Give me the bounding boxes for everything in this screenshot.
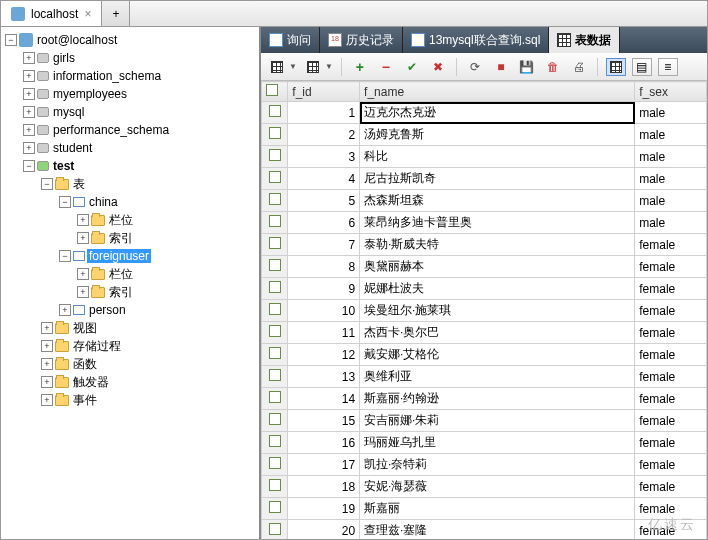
cell-fsex[interactable]: male — [635, 168, 707, 190]
row-selector[interactable] — [262, 432, 288, 454]
chevron-down-icon[interactable]: ▼ — [323, 62, 333, 71]
cell-fid[interactable]: 19 — [288, 498, 360, 520]
cell-fname[interactable]: 泰勒·斯威夫特 — [360, 234, 635, 256]
table-row[interactable]: 7泰勒·斯威夫特female — [262, 234, 707, 256]
table-row[interactable]: 15安吉丽娜·朱莉female — [262, 410, 707, 432]
expander[interactable]: + — [59, 304, 71, 316]
row-selector[interactable] — [262, 476, 288, 498]
cell-fsex[interactable]: female — [635, 344, 707, 366]
cell-fname[interactable]: 埃曼纽尔·施莱琪 — [360, 300, 635, 322]
expander[interactable]: + — [41, 376, 53, 388]
grid-view-button[interactable] — [606, 58, 626, 76]
cell-fname[interactable]: 安吉丽娜·朱莉 — [360, 410, 635, 432]
table-person-label[interactable]: person — [87, 303, 128, 317]
cell-fname[interactable]: 斯嘉丽·约翰逊 — [360, 388, 635, 410]
cell-fsex[interactable]: female — [635, 322, 707, 344]
remove-button[interactable]: − — [376, 57, 396, 77]
table-row[interactable]: 14斯嘉丽·约翰逊female — [262, 388, 707, 410]
table-row[interactable]: 18安妮·海瑟薇female — [262, 476, 707, 498]
table-row[interactable]: 4尼古拉斯凯奇male — [262, 168, 707, 190]
folder-triggers-label[interactable]: 触发器 — [71, 374, 111, 391]
cell-fsex[interactable]: female — [635, 454, 707, 476]
connection-tab[interactable]: localhost × — [1, 1, 102, 26]
expander[interactable]: − — [5, 34, 17, 46]
cell-fname[interactable]: 尼古拉斯凯奇 — [360, 168, 635, 190]
table-row[interactable]: 1迈克尔杰克逊male — [262, 102, 707, 124]
expander[interactable]: − — [23, 160, 35, 172]
cell-fsex[interactable]: female — [635, 432, 707, 454]
folder-columns-label[interactable]: 栏位 — [107, 212, 135, 229]
folder-columns-label[interactable]: 栏位 — [107, 266, 135, 283]
db-label[interactable]: information_schema — [51, 69, 163, 83]
row-selector[interactable] — [262, 124, 288, 146]
cell-fid[interactable]: 2 — [288, 124, 360, 146]
cell-fsex[interactable]: female — [635, 388, 707, 410]
expander[interactable]: + — [41, 358, 53, 370]
cell-fsex[interactable]: female — [635, 410, 707, 432]
insert-row-button[interactable] — [267, 57, 287, 77]
table-row[interactable]: 2汤姆克鲁斯male — [262, 124, 707, 146]
cell-fid[interactable]: 11 — [288, 322, 360, 344]
row-selector[interactable] — [262, 190, 288, 212]
cell-fid[interactable]: 7 — [288, 234, 360, 256]
form-view-button[interactable]: ▤ — [632, 58, 652, 76]
cell-fid[interactable]: 15 — [288, 410, 360, 432]
expander[interactable]: + — [41, 322, 53, 334]
expander[interactable]: + — [41, 340, 53, 352]
tab-history[interactable]: 历史记录 — [320, 27, 403, 53]
apply-button[interactable]: ✔ — [402, 57, 422, 77]
expander[interactable]: − — [41, 178, 53, 190]
cell-fsex[interactable]: female — [635, 300, 707, 322]
cell-fsex[interactable]: female — [635, 366, 707, 388]
folder-views-label[interactable]: 视图 — [71, 320, 99, 337]
tab-query[interactable]: 询问 — [261, 27, 320, 53]
expander[interactable]: + — [41, 394, 53, 406]
folder-events-label[interactable]: 事件 — [71, 392, 99, 409]
object-tree[interactable]: −root@localhost +girls +information_sche… — [1, 27, 261, 539]
cell-fid[interactable]: 20 — [288, 520, 360, 540]
cell-fid[interactable]: 6 — [288, 212, 360, 234]
cell-fname[interactable]: 凯拉·奈特莉 — [360, 454, 635, 476]
db-label[interactable]: performance_schema — [51, 123, 171, 137]
select-all-header[interactable] — [262, 82, 288, 102]
cell-fid[interactable]: 16 — [288, 432, 360, 454]
row-selector[interactable] — [262, 454, 288, 476]
delete-button[interactable]: 🗑 — [543, 57, 563, 77]
cell-fid[interactable]: 1 — [288, 102, 360, 124]
row-selector[interactable] — [262, 498, 288, 520]
cell-fname[interactable]: 莱昂纳多迪卡普里奥 — [360, 212, 635, 234]
row-selector[interactable] — [262, 234, 288, 256]
cell-fsex[interactable]: male — [635, 146, 707, 168]
row-selector[interactable] — [262, 212, 288, 234]
col-header-fsex[interactable]: f_sex — [635, 82, 707, 102]
expander[interactable]: + — [77, 268, 89, 280]
cell-fname[interactable]: 妮娜杜波夫 — [360, 278, 635, 300]
cell-fsex[interactable]: male — [635, 190, 707, 212]
row-selector[interactable] — [262, 300, 288, 322]
row-selector[interactable] — [262, 146, 288, 168]
expander[interactable]: − — [59, 250, 71, 262]
cell-fsex[interactable]: female — [635, 278, 707, 300]
table-row[interactable]: 9妮娜杜波夫female — [262, 278, 707, 300]
cell-fname[interactable]: 玛丽娅乌扎里 — [360, 432, 635, 454]
cell-fsex[interactable]: female — [635, 234, 707, 256]
table-row[interactable]: 11杰西卡·奥尔巴female — [262, 322, 707, 344]
row-selector[interactable] — [262, 102, 288, 124]
col-header-fname[interactable]: f_name — [360, 82, 635, 102]
expander[interactable]: + — [23, 88, 35, 100]
expander[interactable]: + — [77, 214, 89, 226]
expander[interactable]: + — [23, 52, 35, 64]
cell-fname[interactable]: 查理兹·塞隆 — [360, 520, 635, 540]
table-row[interactable]: 20查理兹·塞隆female — [262, 520, 707, 540]
row-selector[interactable] — [262, 256, 288, 278]
data-grid-scroll[interactable]: f_id f_name f_sex 1迈克尔杰克逊male2汤姆克鲁斯male3… — [261, 81, 707, 539]
tree-root-label[interactable]: root@localhost — [35, 33, 119, 47]
new-tab-button[interactable]: + — [102, 1, 130, 26]
cell-fsex[interactable]: male — [635, 124, 707, 146]
add-button[interactable]: + — [350, 57, 370, 77]
table-row[interactable]: 6莱昂纳多迪卡普里奥male — [262, 212, 707, 234]
cell-fid[interactable]: 10 — [288, 300, 360, 322]
close-icon[interactable]: × — [84, 7, 91, 21]
print-button[interactable]: 🖨 — [569, 57, 589, 77]
cell-fname[interactable]: 迈克尔杰克逊 — [360, 102, 635, 124]
